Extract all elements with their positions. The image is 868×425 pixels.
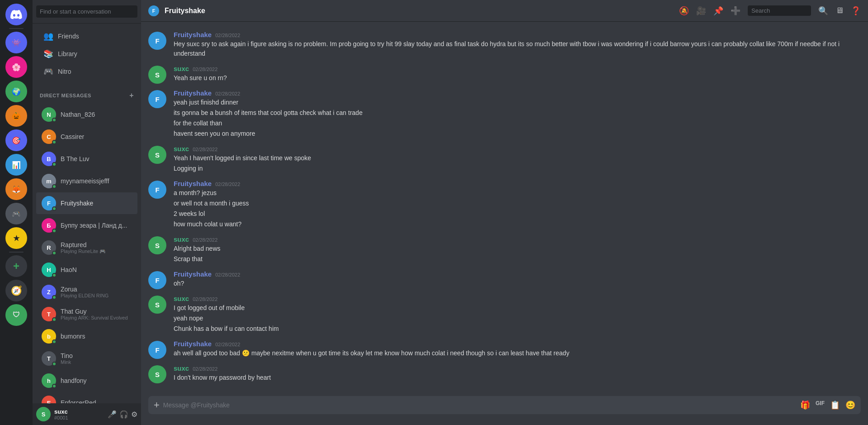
dm-avatar-fruityshake: F	[42, 196, 56, 210]
mute-channel-icon[interactable]: 🔕	[679, 6, 689, 16]
server-icon-10[interactable]: 🛡	[5, 304, 27, 326]
explore-button[interactable]: 🧭	[5, 280, 27, 301]
message-author-9: Fruityshake	[174, 340, 212, 348]
dm-item-nathan[interactable]: N Nathan_826	[36, 104, 137, 125]
message-group-9: F Fruityshake 02/28/2022 ah well all goo…	[141, 338, 868, 361]
dm-list: N Nathan_826 C Cassirer B B The Luv m	[33, 101, 141, 403]
server-icon-4[interactable]: 🎃	[5, 105, 27, 127]
dm-name-myyna: myynameeissjefff	[61, 177, 134, 185]
message-author-2: suxc	[174, 65, 189, 72]
dm-item-cassirer[interactable]: C Cassirer	[36, 126, 137, 148]
server-icon-3[interactable]: 🌍	[5, 81, 27, 102]
video-icon[interactable]: 🎥	[696, 6, 706, 16]
dm-info-myyna: myynameeissjefff	[61, 177, 134, 185]
dm-avatar-myyna: m	[42, 174, 56, 188]
message-content-6: suxc 02/28/2022 Alright bad newsScrap th…	[174, 235, 861, 265]
dm-name-handfony: handfony	[61, 377, 134, 384]
sticker-icon[interactable]: 📋	[830, 400, 840, 410]
message-line: Chunk has a bow if u can contact him	[174, 324, 861, 334]
dm-info-tino: Tino Mink	[61, 352, 134, 365]
server-icon-6[interactable]: 📊	[5, 154, 27, 176]
dm-item-zorua[interactable]: Z Zorua Playing ELDEN RING	[36, 281, 137, 303]
message-content-7: Fruityshake 02/28/2022 oh?	[174, 270, 861, 289]
home-button[interactable]	[5, 4, 27, 25]
pin-icon[interactable]: 📌	[713, 6, 723, 16]
message-content-9: Fruityshake 02/28/2022 ah well all good …	[174, 340, 861, 359]
message-avatar-1: F	[148, 32, 166, 50]
nitro-icon: 🎮	[43, 67, 53, 76]
username-label: suxc	[54, 408, 104, 415]
search-icon[interactable]: 🔍	[818, 6, 828, 16]
dm-item-tino[interactable]: T Tino Mink	[36, 348, 137, 369]
add-attachment-button[interactable]: +	[154, 399, 160, 411]
dm-item-enforcer[interactable]: E EnforcerRed	[36, 392, 137, 403]
dm-item-bumonrs[interactable]: b bumonrs	[36, 325, 137, 347]
header-icons: 🔕 🎥 📌 ➕ 🔍 🖥 ❓	[679, 5, 861, 16]
nav-library[interactable]: 📚 Library	[36, 45, 137, 62]
message-line: I got logged out of mobile	[174, 303, 861, 313]
message-content-5: Fruityshake 02/28/2022 a month? jezusor …	[174, 180, 861, 230]
message-input[interactable]	[163, 396, 797, 414]
user-info: suxc #0001	[54, 408, 104, 420]
dm-item-haon[interactable]: H HaoN	[36, 259, 137, 281]
inbox-icon[interactable]: 🖥	[835, 6, 844, 15]
dm-avatar-handfony: h	[42, 373, 56, 388]
dm-item-raptured[interactable]: R Raptured Playing RuneLite 🎮	[36, 237, 137, 258]
dm-item-fruityshake[interactable]: F Fruityshake	[36, 192, 137, 214]
user-tag-label: #0001	[54, 415, 104, 420]
dm-status-tino: Mink	[61, 359, 134, 365]
gif-icon[interactable]: GIF	[816, 400, 825, 410]
server-icon-5[interactable]: 🎯	[5, 129, 27, 151]
message-timestamp-8: 02/28/2022	[193, 296, 217, 302]
message-timestamp-10: 02/28/2022	[193, 366, 217, 372]
chat-search-input[interactable]	[748, 5, 811, 16]
nav-friends[interactable]: 👥 Friends	[36, 28, 137, 45]
server-divider-2	[9, 252, 24, 253]
dm-name-zorua: Zorua	[61, 286, 134, 293]
settings-icon[interactable]: ⚙	[131, 410, 137, 419]
server-icon-2[interactable]: 🌸	[5, 56, 27, 78]
server-icon-1[interactable]: 👾	[5, 32, 27, 53]
dm-item-bunny[interactable]: Б Буппу зеара | Ланд д...	[36, 215, 137, 236]
dm-section-header: DIRECT MESSAGES +	[33, 84, 141, 101]
dm-info-zorua: Zorua Playing ELDEN RING	[61, 286, 134, 298]
message-line: Logging in	[174, 164, 861, 173]
dm-name-thatguy: That Guy	[61, 308, 134, 315]
message-line: for the collat than	[174, 119, 861, 128]
message-author-3: Fruityshake	[174, 89, 212, 97]
message-text-9: ah well all good too bad 😕 maybe nexitme…	[174, 349, 861, 358]
message-group-4: S suxc 02/28/2022 Yeah I haven't logged …	[141, 143, 868, 176]
message-timestamp-1: 02/28/2022	[215, 33, 240, 38]
server-icon-9[interactable]: ★	[5, 227, 27, 249]
message-group-1: F Fruityshake 02/28/2022 Hey suxc sry to…	[141, 29, 868, 61]
nav-nitro[interactable]: 🎮 Nitro	[36, 63, 137, 80]
deafen-icon[interactable]: 🎧	[119, 410, 128, 419]
message-timestamp-2: 02/28/2022	[193, 67, 217, 72]
server-icon-8[interactable]: 🎮	[5, 203, 27, 224]
mute-icon[interactable]: 🎤	[108, 410, 117, 419]
dm-item-handfony[interactable]: h handfony	[36, 370, 137, 392]
add-server-button[interactable]: +	[5, 255, 27, 277]
dm-search-input[interactable]	[36, 5, 137, 18]
message-avatar-9: F	[148, 341, 166, 359]
dm-item-myyna[interactable]: m myynameeissjefff	[36, 170, 137, 192]
message-avatar-3: F	[148, 90, 166, 108]
message-line: Hey suxc sry to ask again i figure askin…	[174, 39, 861, 58]
messages-container[interactable]: F Fruityshake 02/28/2022 Hey suxc sry to…	[141, 22, 868, 396]
dm-item-thatguy[interactable]: T That Guy Playing ARK: Survival Evolved	[36, 303, 137, 325]
dm-avatar-zorua: Z	[42, 285, 56, 299]
dm-name-enforcer: EnforcerRed	[61, 399, 134, 403]
message-line: or well not a month i guess	[174, 199, 861, 208]
help-icon[interactable]: ❓	[851, 6, 861, 16]
gift-icon[interactable]: 🎁	[800, 400, 810, 410]
message-line: havent seen you on anymore	[174, 129, 861, 138]
message-avatar-5: F	[148, 181, 166, 199]
dm-info-raptured: Raptured Playing RuneLite 🎮	[61, 241, 134, 254]
add-dm-button[interactable]: +	[129, 91, 134, 100]
add-friend-icon[interactable]: ➕	[731, 6, 741, 16]
message-group-8: S suxc 02/28/2022 I got logged out of mo…	[141, 293, 868, 336]
server-icon-7[interactable]: 🦊	[5, 178, 27, 200]
dm-item-btheluv[interactable]: B B The Luv	[36, 148, 137, 170]
emoji-icon[interactable]: 😊	[845, 400, 855, 410]
server-divider	[9, 28, 24, 29]
